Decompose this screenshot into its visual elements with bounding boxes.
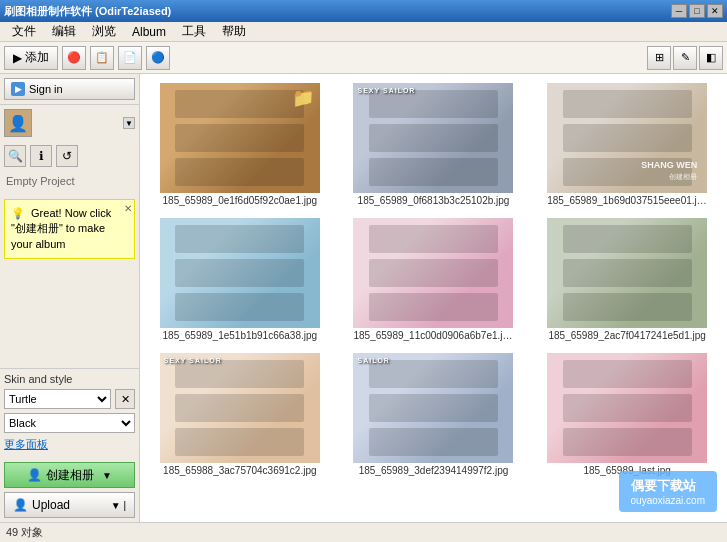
add-button[interactable]: ▶ 添加 [4,46,58,70]
photo-item-5[interactable]: 185_65989_11c00d0906a6b7e1.jpg [340,215,528,344]
close-button[interactable]: ✕ [707,4,723,18]
toolbar-icon-3[interactable]: 📄 [118,46,142,70]
menu-tools[interactable]: 工具 [174,21,214,42]
photo-thumb-1: 📁 [160,83,320,193]
more-skins-link[interactable]: 更多面板 [4,437,48,452]
tip-box: 💡 Great! Now click "创建相册" to make your a… [4,199,135,259]
minimize-button[interactable]: ─ [671,4,687,18]
photo-grid: 📁 185_65989_0e1f6d05f92c0ae1.jpg SEXY SA… [146,80,721,479]
skin-select[interactable]: TurtleDefault [4,389,111,409]
sidebar-top: ▶ Sign in [0,74,139,105]
photo-thumb-7: SEXY SAILOR [160,353,320,463]
avatar-dropdown[interactable]: ▼ [123,117,135,129]
photo-item-8[interactable]: SAILOR 185_65989_3def239414997f2.jpg [340,350,528,479]
sidebar-tools: 🔍 ℹ ↺ [0,141,139,171]
photo-item-3[interactable]: SHANG WEN创建相册 185_65989_1b69d037515eee01… [533,80,721,209]
upload-button[interactable]: 👤 Upload ▼ | [4,492,135,518]
signin-button[interactable]: ▶ Sign in [4,78,135,100]
photo-thumb-3: SHANG WEN创建相册 [547,83,707,193]
avatar-row: 👤 ▼ [0,105,139,141]
overlay-text-7: SEXY SAILOR [164,357,222,364]
tip-icon: 💡 [11,207,25,219]
create-album-icon: 👤 [27,468,42,482]
avatar: 👤 [4,109,32,137]
signin-icon: ▶ [11,82,25,96]
create-album-dropdown-icon[interactable]: ▼ [102,470,112,481]
photo-name-2: 185_65989_0f6813b3c25102b.jpg [358,195,510,206]
photo-thumb-6 [547,218,707,328]
info-icon[interactable]: ℹ [30,145,52,167]
sidebar: ▶ Sign in 👤 ▼ 🔍 ℹ ↺ Empty Project 💡 Grea… [0,74,140,522]
toolbar: ▶ 添加 🔴 📋 📄 🔵 ⊞ ✎ ◧ [0,42,727,74]
photo-thumb-4 [160,218,320,328]
photo-thumb-5 [353,218,513,328]
view-buttons: ⊞ ✎ ◧ [647,46,723,70]
project-label: Empty Project [0,171,139,191]
search-icon[interactable]: 🔍 [4,145,26,167]
tip-close-button[interactable]: ✕ [124,202,132,216]
folder-icon-1: 📁 [292,87,314,109]
photo-item-6[interactable]: 185_65989_2ac7f0417241e5d1.jpg [533,215,721,344]
skin-section: Skin and style TurtleDefault ✕ BlackWhit… [0,368,139,462]
photo-item-4[interactable]: 185_65989_1e51b1b91c66a38.jpg [146,215,334,344]
photo-name-8: 185_65989_3def239414997f2.jpg [359,465,509,476]
photo-item-1[interactable]: 📁 185_65989_0e1f6d05f92c0ae1.jpg [146,80,334,209]
skin-delete-icon[interactable]: ✕ [115,389,135,409]
toolbar-icon-1[interactable]: 🔴 [62,46,86,70]
photo-name-1: 185_65989_0e1f6d05f92c0ae1.jpg [163,195,318,206]
tip-text: Great! Now click "创建相册" to make your alb… [11,207,111,250]
view-list-button[interactable]: ✎ [673,46,697,70]
create-album-label: 创建相册 [46,467,94,484]
photo-thumb-2: SEXY SAILOR [353,83,513,193]
menu-view[interactable]: 浏览 [84,21,124,42]
photo-name-4: 185_65989_1e51b1b91c66a38.jpg [163,330,318,341]
color-select[interactable]: BlackWhiteBlue [4,413,135,433]
view-grid-button[interactable]: ⊞ [647,46,671,70]
overlay-text-2: SEXY SAILOR [357,87,415,94]
overlay-text-8: SAILOR [357,357,389,364]
title-buttons: ─ □ ✕ [671,4,723,18]
skin-label: Skin and style [4,373,135,385]
toolbar-icon-2[interactable]: 📋 [90,46,114,70]
menu-edit[interactable]: 编辑 [44,21,84,42]
content-area: 📁 185_65989_0e1f6d05f92c0ae1.jpg SEXY SA… [140,74,727,522]
status-bar: 49 对象 [0,522,727,542]
upload-label: Upload [32,498,70,512]
menu-bar: 文件 编辑 浏览 Album 工具 帮助 [0,22,727,42]
photo-name-7: 185_65988_3ac75704c3691c2.jpg [163,465,316,476]
photo-name-5: 185_65989_11c00d0906a6b7e1.jpg [353,330,513,341]
skin-row-color: BlackWhiteBlue [4,413,135,433]
shang-wen-overlay: SHANG WEN创建相册 [641,160,697,183]
photo-item-7[interactable]: SEXY SAILOR 185_65988_3ac75704c3691c2.jp… [146,350,334,479]
upload-dropdown-icon[interactable]: ▼ | [111,500,126,511]
photo-thumb-9 [547,353,707,463]
view-detail-button[interactable]: ◧ [699,46,723,70]
photo-name-9: 185_65989_last.jpg [584,465,671,476]
maximize-button[interactable]: □ [689,4,705,18]
create-album-button[interactable]: 👤 创建相册 ▼ [4,462,135,488]
add-icon: ▶ [13,51,22,65]
main-layout: ▶ Sign in 👤 ▼ 🔍 ℹ ↺ Empty Project 💡 Grea… [0,74,727,522]
settings-icon[interactable]: ↺ [56,145,78,167]
title-bar: 刷图相册制作软件 (OdirTe2iased) ─ □ ✕ [0,0,727,22]
photo-thumb-8: SAILOR [353,353,513,463]
photo-item-9[interactable]: 185_65989_last.jpg [533,350,721,479]
photo-item-2[interactable]: SEXY SAILOR 185_65989_0f6813b3c25102b.jp… [340,80,528,209]
upload-icon: 👤 [13,498,28,512]
skin-row-turtle: TurtleDefault ✕ [4,389,135,409]
menu-help[interactable]: 帮助 [214,21,254,42]
title-text: 刷图相册制作软件 (OdirTe2iased) [4,4,671,19]
toolbar-icon-4[interactable]: 🔵 [146,46,170,70]
menu-file[interactable]: 文件 [4,21,44,42]
status-count: 49 对象 [6,525,43,540]
photo-name-6: 185_65989_2ac7f0417241e5d1.jpg [548,330,705,341]
photo-name-3: 185_65989_1b69d037515eee01.jpg [547,195,707,206]
menu-album[interactable]: Album [124,23,174,41]
